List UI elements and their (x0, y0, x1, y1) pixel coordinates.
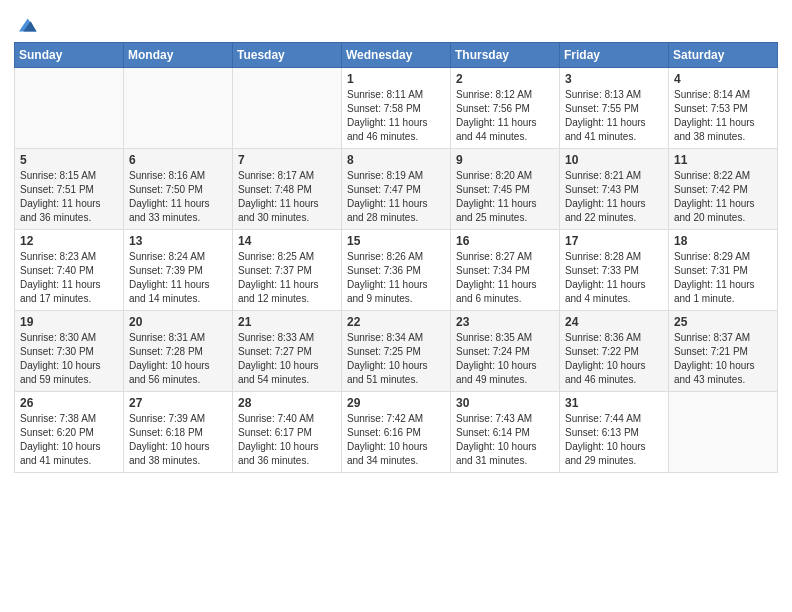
day-info: Sunrise: 8:31 AMSunset: 7:28 PMDaylight:… (129, 331, 227, 387)
day-number: 25 (674, 315, 772, 329)
day-info: Sunrise: 8:16 AMSunset: 7:50 PMDaylight:… (129, 169, 227, 225)
calendar-body: 1Sunrise: 8:11 AMSunset: 7:58 PMDaylight… (15, 68, 778, 473)
calendar-cell: 29Sunrise: 7:42 AMSunset: 6:16 PMDayligh… (342, 392, 451, 473)
calendar-cell: 19Sunrise: 8:30 AMSunset: 7:30 PMDayligh… (15, 311, 124, 392)
day-number: 21 (238, 315, 336, 329)
day-info: Sunrise: 7:40 AMSunset: 6:17 PMDaylight:… (238, 412, 336, 468)
day-info: Sunrise: 8:14 AMSunset: 7:53 PMDaylight:… (674, 88, 772, 144)
day-info: Sunrise: 8:21 AMSunset: 7:43 PMDaylight:… (565, 169, 663, 225)
calendar-cell: 27Sunrise: 7:39 AMSunset: 6:18 PMDayligh… (124, 392, 233, 473)
page: SundayMondayTuesdayWednesdayThursdayFrid… (0, 0, 792, 612)
calendar-cell: 22Sunrise: 8:34 AMSunset: 7:25 PMDayligh… (342, 311, 451, 392)
calendar-cell: 5Sunrise: 8:15 AMSunset: 7:51 PMDaylight… (15, 149, 124, 230)
calendar-cell: 4Sunrise: 8:14 AMSunset: 7:53 PMDaylight… (669, 68, 778, 149)
calendar-cell: 2Sunrise: 8:12 AMSunset: 7:56 PMDaylight… (451, 68, 560, 149)
day-number: 4 (674, 72, 772, 86)
calendar-cell: 1Sunrise: 8:11 AMSunset: 7:58 PMDaylight… (342, 68, 451, 149)
day-number: 6 (129, 153, 227, 167)
day-number: 20 (129, 315, 227, 329)
day-number: 18 (674, 234, 772, 248)
calendar-cell: 16Sunrise: 8:27 AMSunset: 7:34 PMDayligh… (451, 230, 560, 311)
calendar-cell: 26Sunrise: 7:38 AMSunset: 6:20 PMDayligh… (15, 392, 124, 473)
day-number: 3 (565, 72, 663, 86)
week-row-3: 12Sunrise: 8:23 AMSunset: 7:40 PMDayligh… (15, 230, 778, 311)
day-number: 13 (129, 234, 227, 248)
day-number: 31 (565, 396, 663, 410)
calendar-cell: 12Sunrise: 8:23 AMSunset: 7:40 PMDayligh… (15, 230, 124, 311)
calendar-cell: 28Sunrise: 7:40 AMSunset: 6:17 PMDayligh… (233, 392, 342, 473)
weekday-row: SundayMondayTuesdayWednesdayThursdayFrid… (15, 43, 778, 68)
day-info: Sunrise: 8:15 AMSunset: 7:51 PMDaylight:… (20, 169, 118, 225)
calendar-cell: 21Sunrise: 8:33 AMSunset: 7:27 PMDayligh… (233, 311, 342, 392)
calendar-cell: 30Sunrise: 7:43 AMSunset: 6:14 PMDayligh… (451, 392, 560, 473)
day-number: 7 (238, 153, 336, 167)
day-info: Sunrise: 8:36 AMSunset: 7:22 PMDaylight:… (565, 331, 663, 387)
calendar-cell: 6Sunrise: 8:16 AMSunset: 7:50 PMDaylight… (124, 149, 233, 230)
calendar-cell: 13Sunrise: 8:24 AMSunset: 7:39 PMDayligh… (124, 230, 233, 311)
day-info: Sunrise: 8:27 AMSunset: 7:34 PMDaylight:… (456, 250, 554, 306)
calendar-cell (233, 68, 342, 149)
calendar-cell: 14Sunrise: 8:25 AMSunset: 7:37 PMDayligh… (233, 230, 342, 311)
calendar-cell: 7Sunrise: 8:17 AMSunset: 7:48 PMDaylight… (233, 149, 342, 230)
day-info: Sunrise: 8:13 AMSunset: 7:55 PMDaylight:… (565, 88, 663, 144)
week-row-5: 26Sunrise: 7:38 AMSunset: 6:20 PMDayligh… (15, 392, 778, 473)
calendar-cell: 10Sunrise: 8:21 AMSunset: 7:43 PMDayligh… (560, 149, 669, 230)
day-number: 15 (347, 234, 445, 248)
calendar-cell: 25Sunrise: 8:37 AMSunset: 7:21 PMDayligh… (669, 311, 778, 392)
calendar-header: SundayMondayTuesdayWednesdayThursdayFrid… (15, 43, 778, 68)
day-number: 17 (565, 234, 663, 248)
day-info: Sunrise: 8:24 AMSunset: 7:39 PMDaylight:… (129, 250, 227, 306)
day-number: 2 (456, 72, 554, 86)
day-info: Sunrise: 7:39 AMSunset: 6:18 PMDaylight:… (129, 412, 227, 468)
weekday-header-saturday: Saturday (669, 43, 778, 68)
calendar-cell: 9Sunrise: 8:20 AMSunset: 7:45 PMDaylight… (451, 149, 560, 230)
day-number: 5 (20, 153, 118, 167)
weekday-header-monday: Monday (124, 43, 233, 68)
day-info: Sunrise: 7:38 AMSunset: 6:20 PMDaylight:… (20, 412, 118, 468)
day-number: 1 (347, 72, 445, 86)
day-number: 9 (456, 153, 554, 167)
weekday-header-friday: Friday (560, 43, 669, 68)
weekday-header-sunday: Sunday (15, 43, 124, 68)
day-info: Sunrise: 7:43 AMSunset: 6:14 PMDaylight:… (456, 412, 554, 468)
day-info: Sunrise: 8:17 AMSunset: 7:48 PMDaylight:… (238, 169, 336, 225)
day-info: Sunrise: 8:19 AMSunset: 7:47 PMDaylight:… (347, 169, 445, 225)
calendar-cell: 3Sunrise: 8:13 AMSunset: 7:55 PMDaylight… (560, 68, 669, 149)
logo (14, 14, 38, 36)
day-info: Sunrise: 8:11 AMSunset: 7:58 PMDaylight:… (347, 88, 445, 144)
day-info: Sunrise: 8:34 AMSunset: 7:25 PMDaylight:… (347, 331, 445, 387)
day-number: 12 (20, 234, 118, 248)
calendar-cell: 20Sunrise: 8:31 AMSunset: 7:28 PMDayligh… (124, 311, 233, 392)
weekday-header-thursday: Thursday (451, 43, 560, 68)
calendar-table: SundayMondayTuesdayWednesdayThursdayFrid… (14, 42, 778, 473)
calendar-cell (669, 392, 778, 473)
day-info: Sunrise: 8:37 AMSunset: 7:21 PMDaylight:… (674, 331, 772, 387)
weekday-header-wednesday: Wednesday (342, 43, 451, 68)
day-number: 29 (347, 396, 445, 410)
day-number: 16 (456, 234, 554, 248)
day-info: Sunrise: 8:28 AMSunset: 7:33 PMDaylight:… (565, 250, 663, 306)
day-number: 28 (238, 396, 336, 410)
day-info: Sunrise: 7:42 AMSunset: 6:16 PMDaylight:… (347, 412, 445, 468)
day-info: Sunrise: 8:22 AMSunset: 7:42 PMDaylight:… (674, 169, 772, 225)
calendar-cell: 18Sunrise: 8:29 AMSunset: 7:31 PMDayligh… (669, 230, 778, 311)
day-number: 8 (347, 153, 445, 167)
week-row-2: 5Sunrise: 8:15 AMSunset: 7:51 PMDaylight… (15, 149, 778, 230)
header (14, 10, 778, 36)
day-info: Sunrise: 8:35 AMSunset: 7:24 PMDaylight:… (456, 331, 554, 387)
day-info: Sunrise: 8:33 AMSunset: 7:27 PMDaylight:… (238, 331, 336, 387)
calendar-cell: 15Sunrise: 8:26 AMSunset: 7:36 PMDayligh… (342, 230, 451, 311)
calendar-cell: 8Sunrise: 8:19 AMSunset: 7:47 PMDaylight… (342, 149, 451, 230)
day-number: 23 (456, 315, 554, 329)
day-number: 24 (565, 315, 663, 329)
day-info: Sunrise: 8:30 AMSunset: 7:30 PMDaylight:… (20, 331, 118, 387)
day-number: 30 (456, 396, 554, 410)
calendar-cell: 23Sunrise: 8:35 AMSunset: 7:24 PMDayligh… (451, 311, 560, 392)
calendar-cell: 17Sunrise: 8:28 AMSunset: 7:33 PMDayligh… (560, 230, 669, 311)
day-info: Sunrise: 7:44 AMSunset: 6:13 PMDaylight:… (565, 412, 663, 468)
logo-icon (16, 14, 38, 36)
week-row-4: 19Sunrise: 8:30 AMSunset: 7:30 PMDayligh… (15, 311, 778, 392)
day-info: Sunrise: 8:26 AMSunset: 7:36 PMDaylight:… (347, 250, 445, 306)
calendar-cell (124, 68, 233, 149)
day-info: Sunrise: 8:25 AMSunset: 7:37 PMDaylight:… (238, 250, 336, 306)
